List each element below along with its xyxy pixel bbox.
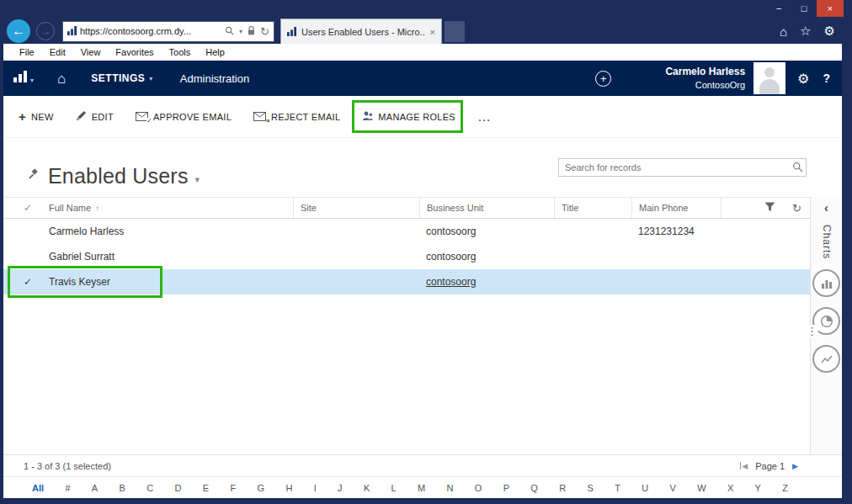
menu-favorites[interactable]: Favorites: [108, 47, 161, 57]
browser-settings-gear-icon[interactable]: ⚙: [824, 24, 835, 39]
table-row[interactable]: Carmelo Harless contosoorg 1231231234: [3, 219, 810, 244]
alphabet-filter[interactable]: L: [391, 483, 397, 493]
alphabet-filter[interactable]: V: [670, 483, 676, 493]
search-icon[interactable]: [225, 24, 234, 39]
new-button[interactable]: + NEW: [19, 110, 54, 123]
table-row[interactable]: Gabriel Surratt contosoorg: [3, 244, 810, 269]
next-page-button[interactable]: ▶: [792, 462, 798, 470]
panel-resize-handle[interactable]: ⋮: [806, 325, 818, 338]
pin-view-icon[interactable]: [25, 168, 40, 186]
menu-help[interactable]: Help: [198, 47, 232, 57]
alphabet-filter[interactable]: O: [475, 483, 482, 493]
menu-file[interactable]: File: [12, 47, 42, 57]
help-button[interactable]: ?: [823, 72, 830, 85]
expand-charts-chevron-icon[interactable]: ‹: [811, 200, 842, 215]
alphabet-filter[interactable]: F: [230, 483, 236, 493]
cell-full-name[interactable]: Travis Keyser: [42, 276, 293, 288]
alphabet-filter[interactable]: E: [203, 483, 209, 493]
user-info[interactable]: Carmelo Harless ContosoOrg: [665, 66, 745, 91]
column-header-business-unit[interactable]: Business Unit: [419, 198, 554, 218]
bar-chart-icon[interactable]: [812, 269, 840, 297]
quick-create-button[interactable]: +: [595, 71, 611, 87]
alphabet-filter[interactable]: D: [174, 483, 181, 493]
alphabet-filter[interactable]: Z: [782, 483, 788, 493]
cell-business-unit[interactable]: contosoorg: [419, 251, 554, 263]
close-button[interactable]: ×: [817, 0, 844, 17]
approve-email-button[interactable]: ✓ APPROVE EMAIL: [136, 112, 232, 122]
cell-business-unit[interactable]: contosoorg: [419, 225, 554, 237]
cell-business-unit-link[interactable]: contosoorg: [419, 276, 554, 288]
reject-email-button[interactable]: × REJECT EMAIL: [253, 112, 340, 122]
alphabet-filter-all[interactable]: All: [32, 483, 44, 493]
user-avatar[interactable]: [753, 62, 785, 94]
refresh-icon[interactable]: ↻: [260, 25, 269, 38]
alphabet-filter[interactable]: W: [697, 483, 706, 493]
alphabet-filter[interactable]: P: [503, 483, 509, 493]
alphabet-filter[interactable]: C: [146, 483, 153, 493]
alphabet-filter[interactable]: T: [615, 483, 620, 493]
tab-close-icon[interactable]: ×: [430, 27, 435, 37]
more-commands-button[interactable]: …: [477, 109, 492, 125]
new-tab-button[interactable]: [445, 21, 465, 42]
new-label: NEW: [31, 112, 54, 122]
browser-tab[interactable]: Users Enabled Users - Micro... ×: [280, 19, 442, 44]
row-checkbox-checked[interactable]: ✓: [13, 276, 42, 288]
line-chart-icon[interactable]: [812, 345, 840, 373]
alphabet-filter[interactable]: #: [65, 483, 70, 493]
view-selector-chevron-icon[interactable]: ▾: [195, 174, 200, 185]
alphabet-filter[interactable]: J: [338, 483, 343, 493]
cell-full-name[interactable]: Gabriel Surratt: [42, 251, 293, 263]
nav-settings[interactable]: SETTINGS ▾: [91, 72, 153, 84]
favorites-star-icon[interactable]: ☆: [800, 24, 811, 39]
column-header-site[interactable]: Site: [293, 198, 419, 218]
alphabet-filter[interactable]: M: [418, 483, 425, 493]
alphabet-filter[interactable]: B: [120, 483, 125, 493]
manage-roles-button[interactable]: MANAGE ROLES: [362, 111, 455, 123]
search-magnifier-icon[interactable]: [792, 161, 803, 176]
nav-area-administration[interactable]: Administration: [180, 72, 249, 85]
menu-edit[interactable]: Edit: [42, 47, 73, 57]
column-header-title[interactable]: Title: [554, 198, 631, 218]
alphabet-filter[interactable]: A: [92, 483, 98, 493]
nav-home-icon[interactable]: ⌂: [57, 72, 66, 86]
filter-funnel-icon[interactable]: [764, 202, 775, 214]
alphabet-filter[interactable]: Q: [530, 483, 538, 493]
table-row-selected[interactable]: ✓ Travis Keyser contosoorg: [3, 269, 810, 294]
alphabet-filter[interactable]: U: [642, 483, 648, 493]
grid-refresh-icon[interactable]: ↻: [792, 202, 801, 215]
minimize-button[interactable]: −: [766, 0, 791, 17]
user-name: Carmelo Harless: [665, 66, 745, 79]
next-page-icon: ▶: [792, 462, 798, 470]
search-records-input[interactable]: [558, 158, 807, 177]
menu-view[interactable]: View: [73, 47, 109, 57]
edit-button[interactable]: EDIT: [76, 110, 114, 123]
dynamics-logo[interactable]: ▾: [13, 71, 34, 86]
alphabet-filter[interactable]: R: [559, 483, 566, 493]
column-header-full-name[interactable]: Full Name ↑: [42, 198, 293, 218]
forward-button[interactable]: →: [36, 22, 55, 40]
cell-full-name[interactable]: Carmelo Harless: [42, 225, 293, 237]
alphabet-filter[interactable]: I: [314, 483, 317, 493]
maximize-button[interactable]: □: [791, 0, 817, 17]
charts-panel-label[interactable]: Charts: [821, 225, 833, 259]
search-dropdown-icon[interactable]: ▾: [239, 28, 242, 35]
plus-icon: +: [600, 72, 607, 85]
alphabet-filter[interactable]: H: [285, 483, 292, 493]
alphabet-filter[interactable]: S: [588, 483, 594, 493]
alphabet-filter[interactable]: N: [447, 483, 454, 493]
browser-home-icon[interactable]: ⌂: [780, 24, 787, 39]
back-button[interactable]: ←: [7, 19, 30, 43]
reject-email-label: REJECT EMAIL: [271, 112, 340, 122]
menu-tools[interactable]: Tools: [162, 47, 199, 57]
column-header-main-phone[interactable]: Main Phone: [631, 198, 721, 218]
crm-settings-gear-icon[interactable]: ⚙: [797, 71, 809, 87]
alphabet-filter[interactable]: K: [364, 483, 370, 493]
alphabet-filter[interactable]: G: [257, 483, 264, 493]
first-page-button[interactable]: ◀: [740, 462, 748, 470]
alphabet-filter[interactable]: X: [727, 483, 733, 493]
tab-favicon: [287, 24, 296, 40]
page-title[interactable]: Enabled Users: [48, 164, 189, 188]
alphabet-filter[interactable]: Y: [755, 483, 761, 493]
address-bar[interactable]: https://contosoorg.crm.dy... ▾ ↻: [62, 21, 274, 42]
select-all-checkbox[interactable]: ✓: [13, 198, 42, 218]
